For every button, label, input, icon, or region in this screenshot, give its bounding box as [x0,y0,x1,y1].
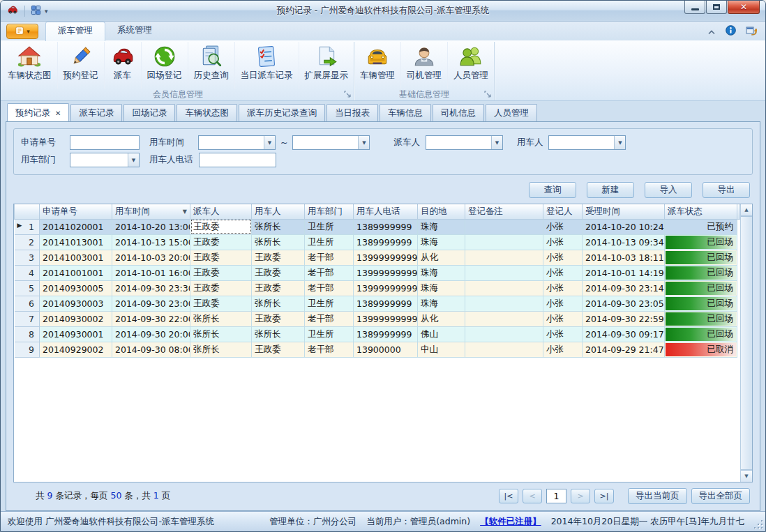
table-cell[interactable]: 王政委 [252,311,305,326]
table-cell[interactable]: 20140929002 [40,342,112,357]
ribbon-button-return-register[interactable]: 回场登记 [142,42,188,89]
table-cell[interactable]: 13999999999 [354,311,418,326]
maximize-button[interactable] [706,1,727,14]
new-button[interactable]: 新建 [587,182,634,198]
user-phone-input[interactable] [199,153,276,167]
table-cell[interactable] [465,296,543,311]
dispatch-status-cell[interactable]: 已回场 [665,250,737,265]
table-cell[interactable]: 2014-10-03 20:00 [112,250,190,265]
user-combo[interactable]: ▼ [548,135,626,150]
ribbon-tab-system-mgmt[interactable]: 系统管理 [105,22,164,40]
table-cell[interactable]: 1389999999 [354,296,418,311]
table-cell[interactable]: 2014-10-03 18:11 [583,250,665,265]
table-cell[interactable] [465,234,543,250]
import-button[interactable]: 导入 [645,182,692,198]
column-header-3[interactable]: 派车人 [190,204,252,219]
dispatch-status-cell[interactable]: 已回场 [665,234,737,250]
table-cell[interactable]: 13999999999 [354,280,418,296]
ribbon-button-dispatch-vehicle[interactable]: 派车 [105,42,142,89]
ribbon-tab-dispatch-mgmt[interactable]: 派车管理 [45,22,105,41]
ribbon-button-reservation-register[interactable]: 预约登记 [58,42,105,89]
table-cell[interactable]: 小张 [543,250,583,265]
table-row[interactable]: 5201409300052014-09-30 23:30王政委王政委老干部139… [15,280,740,296]
dispatch-status-cell[interactable]: 已回场 [665,265,737,280]
table-cell[interactable]: 王政委 [190,280,252,296]
table-cell[interactable]: 20140930003 [40,296,112,311]
table-cell[interactable]: 2014-10-20 10:24 [583,219,665,234]
table-cell[interactable] [465,219,543,234]
table-cell[interactable]: 13999999999 [354,250,418,265]
table-cell[interactable]: 王政委 [190,296,252,311]
app-menu-button[interactable]: ▾ [6,24,38,39]
table-cell[interactable]: 2014-09-30 23:30 [112,280,190,296]
column-header-2[interactable]: 用车时间▼ [112,204,190,219]
table-cell[interactable]: 2014-10-01 16:00 [112,265,190,280]
row-header[interactable]: 4 [15,265,40,280]
table-cell[interactable] [465,265,543,280]
tab-dispatch-history-query[interactable]: 派车历史记录查询 [239,104,325,122]
table-cell[interactable] [465,280,543,296]
row-header[interactable]: 6 [15,296,40,311]
table-cell[interactable]: 珠海 [418,296,465,311]
column-header-1[interactable]: 申请单号 [40,204,112,219]
table-cell[interactable]: 小张 [543,265,583,280]
column-header-11[interactable]: 派车状态 [665,204,737,219]
table-cell[interactable]: 1389999999 [354,234,418,250]
use-time-from-combo[interactable]: ▼ [198,135,276,150]
first-page-button[interactable]: |< [499,489,518,503]
table-cell[interactable]: 卫生所 [305,234,354,250]
table-cell[interactable]: 1389999999 [354,326,418,342]
table-cell[interactable]: 珠海 [418,234,465,250]
row-header[interactable]: 2 [15,234,40,250]
table-cell[interactable]: 13900000 [354,342,418,357]
table-cell[interactable]: 张所长 [252,219,305,234]
info-icon[interactable] [726,25,736,38]
table-cell[interactable]: 珠海 [418,265,465,280]
table-cell[interactable]: 20141013001 [40,234,112,250]
table-cell[interactable]: 王政委 [190,250,252,265]
license-link[interactable]: 【软件已注册】 [480,516,541,528]
ribbon-button-today-dispatch-records[interactable]: 当日派车记录 [235,42,299,89]
vertical-scrollbar[interactable]: ▲ ▼ [740,204,752,482]
tab-reservation-records[interactable]: 预约记录✕ [7,103,69,122]
column-header-7[interactable]: 目的地 [418,204,465,219]
column-header-4[interactable]: 用车人 [252,204,305,219]
table-row[interactable]: 8201409300012014-09-30 20:00张所长张所长卫生所138… [15,326,740,342]
column-header-9[interactable]: 登记人 [543,204,583,219]
table-cell[interactable]: 王政委 [190,219,252,234]
table-cell[interactable] [465,311,543,326]
dispatch-status-cell[interactable]: 已回场 [665,311,737,326]
table-cell[interactable]: 小张 [543,342,583,357]
table-cell[interactable] [465,326,543,342]
department-combo[interactable]: ▼ [70,153,140,167]
table-cell[interactable]: 小张 [543,219,583,234]
table-cell[interactable]: 王政委 [190,234,252,250]
tab-vehicle-info[interactable]: 车辆信息 [380,104,431,122]
table-cell[interactable]: 老干部 [305,311,354,326]
row-header[interactable]: 3 [15,250,40,265]
table-cell[interactable]: 张所长 [190,342,252,357]
column-header-5[interactable]: 用车部门 [305,204,354,219]
dialog-launcher-icon[interactable] [344,91,351,98]
ribbon-button-driver-mgmt[interactable]: 司机管理 [401,42,448,89]
dispatch-status-cell[interactable]: 已预约 [665,219,737,234]
close-button[interactable]: ✕ [728,1,760,14]
table-cell[interactable]: 王政委 [252,280,305,296]
table-cell[interactable]: 老干部 [305,265,354,280]
table-cell[interactable]: 2014-10-13 15:00 [112,234,190,250]
page-number-input[interactable] [546,489,566,503]
sort-filter-icon[interactable]: ▼ [183,208,187,215]
ribbon-button-extended-screen-display[interactable]: 扩展屏显示 [299,42,354,89]
table-cell[interactable]: 2014-09-30 23:00 [112,296,190,311]
use-time-to-combo[interactable]: ▼ [292,135,370,150]
table-cell[interactable]: 2014-09-30 22:59 [583,311,665,326]
dialog-launcher-icon[interactable] [484,91,491,98]
table-cell[interactable]: 老干部 [305,250,354,265]
table-cell[interactable]: 13999999999 [354,265,418,280]
column-header-8[interactable]: 登记备注 [465,204,543,219]
table-cell[interactable]: 卫生所 [305,296,354,311]
table-cell[interactable]: 小张 [543,280,583,296]
table-cell[interactable] [465,342,543,357]
table-cell[interactable]: 卫生所 [305,219,354,234]
table-row[interactable]: 9201409290022014-09-30 08:00张所长王政委老干部139… [15,342,740,357]
